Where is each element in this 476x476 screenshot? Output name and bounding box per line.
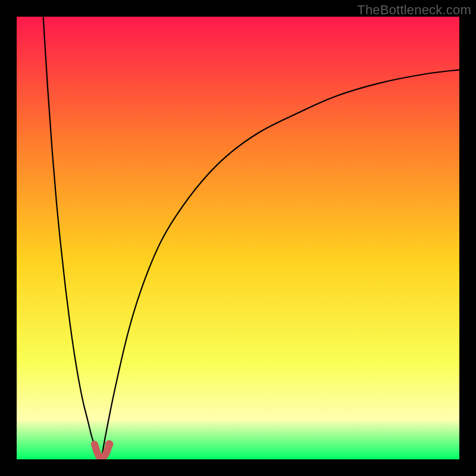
gradient-background [17, 17, 459, 459]
chart-frame: TheBottleneck.com [0, 0, 476, 476]
plot-area [17, 17, 459, 459]
watermark-text: TheBottleneck.com [357, 2, 471, 18]
u-marker-dot [105, 440, 114, 449]
plot-svg [17, 17, 459, 459]
